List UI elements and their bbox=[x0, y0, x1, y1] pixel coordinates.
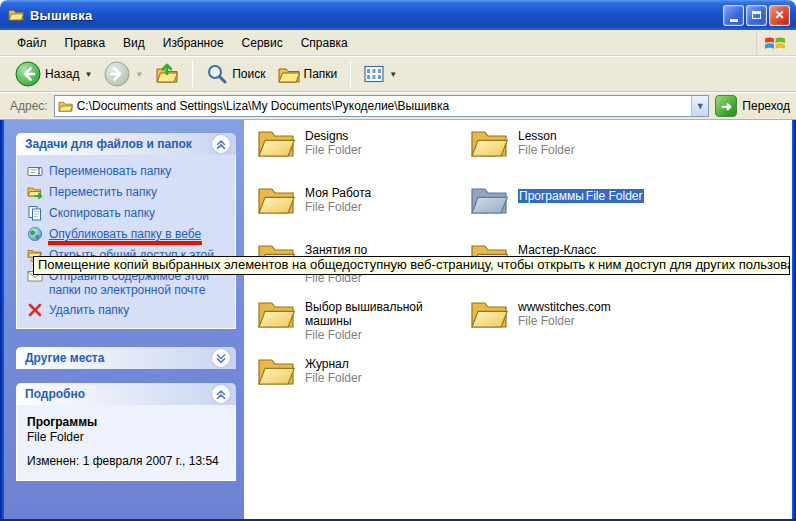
file-tasks-body: Переименовать папку Переместить папку Ск… bbox=[16, 155, 236, 329]
details-title: Подробно bbox=[25, 387, 85, 401]
title-bar: Вышивка ✕ bbox=[0, 0, 796, 30]
window-border-right bbox=[792, 120, 796, 521]
go-button[interactable]: ➜ Переход bbox=[715, 95, 790, 117]
task-label: Переместить папку bbox=[49, 185, 157, 199]
menu-item-help[interactable]: Справка bbox=[292, 32, 357, 54]
task-copy-folder[interactable]: Скопировать папку bbox=[27, 206, 231, 221]
address-input[interactable]: C:\Documents and Settings\Liza\My Docume… bbox=[54, 95, 710, 117]
menu-item-favorites[interactable]: Избранное bbox=[154, 32, 233, 54]
up-button[interactable] bbox=[150, 60, 184, 88]
file-type: File Folder bbox=[518, 314, 611, 328]
file-name: Выбор вышивальной машины bbox=[305, 300, 465, 328]
folder-icon bbox=[470, 298, 508, 329]
file-item[interactable]: LessonFile Folder bbox=[470, 127, 683, 184]
toolbar-separator bbox=[192, 61, 193, 87]
task-move-folder[interactable]: Переместить папку bbox=[27, 185, 231, 200]
go-arrow-icon: ➜ bbox=[715, 95, 737, 117]
task-publish-folder-web[interactable]: Опубликовать папку в вебе bbox=[27, 227, 231, 242]
explorer-window: Вышивка ✕ Файл Правка Вид Избранное Серв… bbox=[0, 0, 796, 521]
details-body: Программы File Folder Изменен: 1 февраля… bbox=[16, 405, 236, 481]
chevron-up-icon bbox=[214, 137, 228, 151]
other-places-panel: Другие места bbox=[16, 347, 236, 369]
collapse-panel-button[interactable] bbox=[212, 385, 230, 403]
file-type: File Folder bbox=[305, 328, 465, 342]
toolbar: Назад ▼ ▼ Поиск bbox=[0, 57, 796, 92]
details-panel: Подробно Программы File Folder Изменен: … bbox=[16, 383, 236, 481]
menu-item-edit[interactable]: Правка bbox=[56, 32, 115, 54]
file-item-selected[interactable]: ПрограммыFile Folder bbox=[470, 184, 683, 241]
window-title: Вышивка bbox=[30, 8, 723, 23]
tooltip: Помещение копий выбранных элементов на о… bbox=[33, 256, 790, 275]
chevron-down-icon bbox=[214, 351, 228, 365]
search-icon bbox=[206, 63, 228, 85]
menu-bar: Файл Правка Вид Избранное Сервис Справка bbox=[0, 30, 796, 56]
file-item[interactable]: Моя РаботаFile Folder bbox=[257, 184, 470, 241]
copy-icon bbox=[27, 205, 43, 221]
window-folder-icon bbox=[8, 7, 24, 23]
file-type: File Folder bbox=[305, 200, 371, 214]
move-icon bbox=[27, 184, 43, 200]
file-tasks-panel: Задачи для файлов и папок Переименовать … bbox=[16, 133, 236, 329]
task-label: Переименовать папку bbox=[49, 164, 171, 178]
windows-logo-icon bbox=[756, 31, 792, 55]
file-name: Журнал bbox=[305, 357, 362, 371]
publish-web-icon bbox=[27, 226, 43, 242]
views-dropdown-icon[interactable]: ▼ bbox=[389, 70, 397, 79]
toolbar-separator bbox=[350, 61, 351, 87]
file-tasks-title: Задачи для файлов и папок bbox=[25, 137, 192, 151]
minimize-icon bbox=[730, 19, 738, 22]
details-item-modified: Изменен: 1 февраля 2007 г., 13:54 bbox=[27, 454, 229, 468]
other-places-header[interactable]: Другие места bbox=[16, 347, 236, 369]
go-label: Переход bbox=[742, 99, 790, 113]
expand-panel-button[interactable] bbox=[212, 349, 230, 367]
folder-icon bbox=[257, 298, 295, 329]
search-button[interactable]: Поиск bbox=[201, 61, 270, 87]
folder-icon-selected bbox=[470, 184, 508, 215]
task-label: Опубликовать папку в вебе bbox=[49, 227, 201, 241]
views-button[interactable]: ▼ bbox=[359, 63, 402, 85]
window-border-left bbox=[0, 120, 4, 521]
menu-item-tools[interactable]: Сервис bbox=[233, 32, 292, 54]
address-folder-icon bbox=[58, 99, 73, 113]
annotation-underline bbox=[48, 241, 202, 245]
file-tasks-header[interactable]: Задачи для файлов и папок bbox=[16, 133, 236, 155]
menu-item-view[interactable]: Вид bbox=[114, 32, 154, 54]
task-delete-folder[interactable]: Удалить папку bbox=[27, 303, 231, 318]
back-button[interactable]: Назад ▼ bbox=[10, 59, 97, 89]
file-item[interactable]: DesignsFile Folder bbox=[257, 127, 470, 184]
forward-button[interactable]: ▼ bbox=[99, 59, 148, 89]
back-arrow-icon bbox=[15, 61, 41, 87]
delete-icon bbox=[27, 302, 43, 318]
folder-icon bbox=[257, 355, 295, 386]
chevron-up-icon bbox=[214, 387, 228, 401]
forward-dropdown-icon[interactable]: ▼ bbox=[135, 70, 143, 79]
back-label: Назад bbox=[45, 67, 79, 81]
task-label: Удалить папку bbox=[49, 303, 129, 317]
details-item-name: Программы bbox=[27, 415, 229, 429]
back-dropdown-icon[interactable]: ▼ bbox=[84, 70, 92, 79]
folder-icon bbox=[257, 184, 295, 215]
rename-icon bbox=[27, 163, 43, 179]
address-label: Адрес: bbox=[10, 99, 48, 113]
close-button[interactable]: ✕ bbox=[769, 5, 790, 26]
maximize-icon bbox=[752, 11, 761, 19]
folders-button[interactable]: Папки bbox=[273, 61, 343, 87]
maximize-button[interactable] bbox=[746, 5, 767, 26]
folder-icon bbox=[257, 127, 295, 158]
file-name: Мастер-Класс bbox=[518, 243, 596, 257]
task-rename-folder[interactable]: Переименовать папку bbox=[27, 164, 231, 179]
minimize-button[interactable] bbox=[723, 5, 744, 26]
address-dropdown-button[interactable]: ▼ bbox=[691, 96, 708, 116]
file-type: File Folder bbox=[518, 143, 575, 157]
file-item[interactable]: wwwstitches.comFile Folder bbox=[470, 298, 683, 355]
file-type: File Folder bbox=[305, 371, 362, 385]
folder-icon bbox=[470, 127, 508, 158]
collapse-panel-button[interactable] bbox=[212, 135, 230, 153]
file-item[interactable]: Выбор вышивальной машиныFile Folder bbox=[257, 298, 470, 355]
details-header[interactable]: Подробно bbox=[16, 383, 236, 405]
address-path: C:\Documents and Settings\Liza\My Docume… bbox=[77, 99, 688, 113]
details-item-type: File Folder bbox=[27, 430, 229, 444]
menu-item-file[interactable]: Файл bbox=[8, 32, 56, 54]
file-item[interactable]: ЖурналFile Folder bbox=[257, 355, 470, 412]
other-places-title: Другие места bbox=[25, 351, 104, 365]
